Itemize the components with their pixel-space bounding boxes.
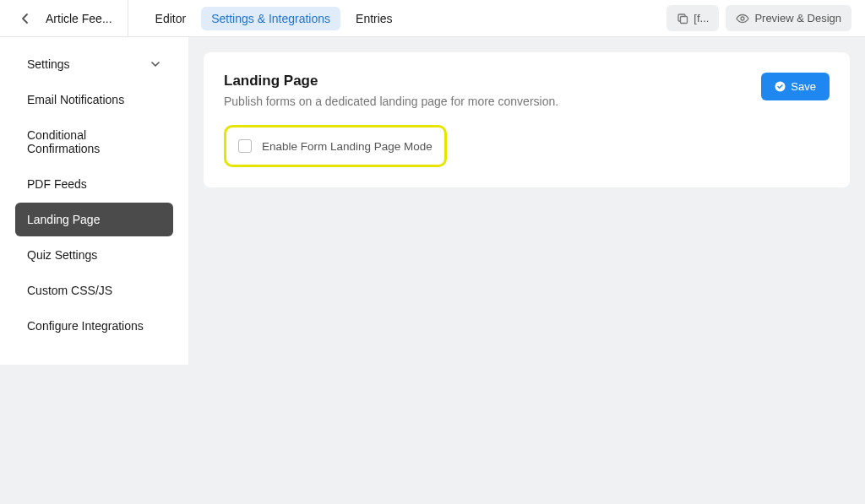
card-header: Landing Page Publish forms on a dedicate… bbox=[224, 73, 830, 108]
chevron-down-icon bbox=[150, 58, 161, 70]
check-circle-icon bbox=[775, 81, 786, 92]
chevron-left-icon bbox=[21, 13, 30, 24]
nav-tabs: Editor Settings & Integrations Entries bbox=[145, 7, 403, 30]
save-label: Save bbox=[791, 80, 816, 93]
copy-icon bbox=[677, 13, 688, 24]
enable-landing-page-checkbox[interactable] bbox=[238, 139, 252, 153]
breadcrumb[interactable]: Article Fee... bbox=[37, 0, 128, 37]
enable-landing-page-row: Enable Form Landing Page Mode bbox=[224, 125, 447, 167]
sidebar-item-settings[interactable]: Settings bbox=[15, 47, 173, 81]
sidebar-item-label: Configure Integrations bbox=[27, 319, 144, 333]
sidebar-item-pdf-feeds[interactable]: PDF Feeds bbox=[15, 167, 173, 201]
preview-design-button[interactable]: Preview & Design bbox=[726, 5, 851, 31]
preview-label: Preview & Design bbox=[754, 12, 841, 24]
content-wrapper: Settings Email Notifications Conditional… bbox=[0, 37, 865, 504]
main-content: Landing Page Publish forms on a dedicate… bbox=[188, 37, 865, 504]
page-subtitle: Publish forms on a dedicated landing pag… bbox=[224, 95, 558, 108]
sidebar-item-label: Email Notifications bbox=[27, 93, 124, 106]
duplicate-button[interactable]: [f... bbox=[666, 5, 719, 31]
page-title: Landing Page bbox=[224, 73, 558, 89]
sidebar-item-custom-css-js[interactable]: Custom CSS/JS bbox=[15, 274, 173, 307]
sidebar-item-email-notifications[interactable]: Email Notifications bbox=[15, 83, 173, 117]
header-right: [f... Preview & Design bbox=[666, 5, 851, 31]
duplicate-label: [f... bbox=[694, 12, 709, 24]
sidebar-item-label: Conditional Confirmations bbox=[27, 128, 161, 155]
sidebar-item-conditional-confirmations[interactable]: Conditional Confirmations bbox=[15, 118, 173, 165]
eye-icon bbox=[736, 14, 749, 24]
save-button[interactable]: Save bbox=[761, 73, 830, 100]
sidebar-item-quiz-settings[interactable]: Quiz Settings bbox=[15, 238, 173, 272]
sidebar-item-label: Landing Page bbox=[27, 213, 100, 226]
sidebar: Settings Email Notifications Conditional… bbox=[0, 37, 188, 365]
header-left: Article Fee... Editor Settings & Integra… bbox=[14, 0, 403, 37]
sidebar-item-landing-page[interactable]: Landing Page bbox=[15, 203, 173, 236]
enable-landing-page-label: Enable Form Landing Page Mode bbox=[262, 140, 432, 153]
sidebar-item-configure-integrations[interactable]: Configure Integrations bbox=[15, 309, 173, 343]
card-header-text: Landing Page Publish forms on a dedicate… bbox=[224, 73, 558, 108]
sidebar-item-label: Custom CSS/JS bbox=[27, 284, 112, 297]
sidebar-item-label: PDF Feeds bbox=[27, 177, 87, 191]
back-button[interactable] bbox=[14, 7, 37, 30]
tab-entries[interactable]: Entries bbox=[345, 7, 403, 30]
header: Article Fee... Editor Settings & Integra… bbox=[0, 0, 865, 37]
tab-editor[interactable]: Editor bbox=[145, 7, 197, 30]
svg-rect-1 bbox=[681, 16, 688, 23]
sidebar-item-label: Settings bbox=[27, 57, 70, 71]
svg-point-2 bbox=[741, 17, 744, 20]
sidebar-item-label: Quiz Settings bbox=[27, 248, 97, 262]
landing-page-card: Landing Page Publish forms on a dedicate… bbox=[204, 52, 850, 187]
tab-settings-integrations[interactable]: Settings & Integrations bbox=[201, 7, 340, 30]
